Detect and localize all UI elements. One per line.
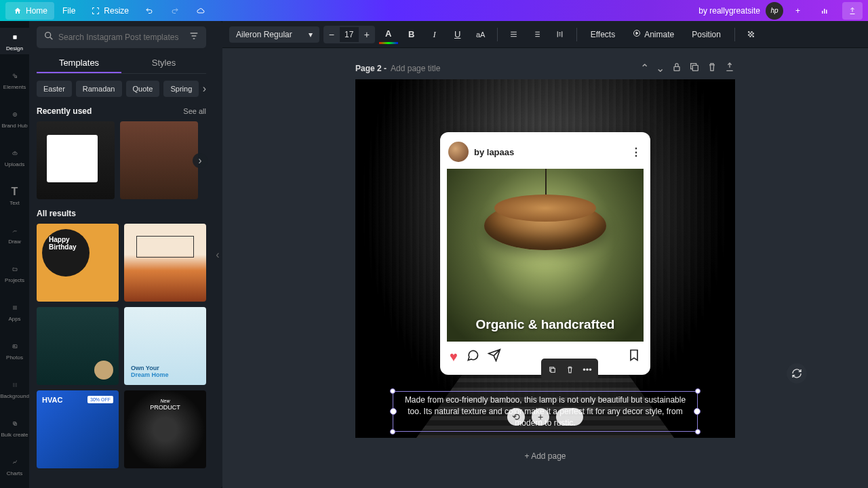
template-thumbnail[interactable]: Own YourDream Home (124, 307, 206, 385)
rail-photos[interactable]: Photos (0, 337, 29, 363)
svg-rect-33 (551, 368, 555, 372)
share-button[interactable] (842, 2, 863, 20)
add-member-button[interactable]: + (789, 3, 807, 19)
rail-background[interactable]: Background (0, 375, 29, 402)
svg-point-8 (13, 306, 14, 306)
ig-more-icon[interactable]: ⋮ (631, 146, 642, 159)
svg-point-9 (14, 306, 15, 306)
spacing-button[interactable] (551, 25, 570, 44)
rail-uploads[interactable]: Uploads (0, 144, 29, 170)
tab-templates[interactable]: Templates (37, 54, 121, 73)
duplicate-button[interactable] (544, 361, 560, 378)
align-button[interactable] (505, 25, 524, 44)
svg-point-11 (13, 307, 14, 308)
page-duplicate-button[interactable] (689, 62, 700, 75)
zoom-slider[interactable] (556, 408, 583, 426)
heart-icon[interactable]: ♥ (450, 349, 458, 365)
rail-draw[interactable]: Draw (0, 221, 29, 247)
template-thumbnail[interactable]: HappyBirthday (37, 224, 119, 302)
elements-icon (8, 69, 22, 83)
rail-elements[interactable]: Elements (0, 66, 29, 93)
chips-next-button[interactable]: › (200, 80, 209, 98)
design-canvas[interactable]: by lapaas ⋮ Organic & handcrafted ♥ (355, 79, 735, 438)
redo-button[interactable] (163, 2, 187, 20)
rotate-button[interactable]: ⟲ (507, 408, 525, 426)
instagram-card[interactable]: by lapaas ⋮ Organic & handcrafted ♥ (440, 132, 650, 375)
case-button[interactable]: aA (471, 25, 490, 44)
template-thumbnail[interactable] (120, 121, 198, 199)
svg-rect-2 (826, 9, 827, 14)
rail-apps[interactable]: Apps (0, 298, 29, 325)
bold-button[interactable]: B (402, 25, 421, 44)
see-all-link[interactable]: See all (183, 107, 206, 115)
search-input[interactable] (58, 33, 184, 42)
home-button[interactable]: Home (5, 2, 54, 20)
cloud-sync-button[interactable] (189, 2, 213, 20)
filter-button[interactable] (189, 30, 199, 44)
draw-icon (8, 224, 22, 237)
page-header: Page 2 - Add page title ⌃ ⌄ (355, 62, 735, 75)
thumb-next-button[interactable]: › (193, 153, 208, 168)
resize-button[interactable]: Resize (83, 2, 136, 20)
add-element-button[interactable]: + (532, 408, 549, 426)
template-thumbnail[interactable]: HVAC30% OFF (37, 390, 119, 468)
send-icon[interactable] (488, 348, 501, 365)
element-context-toolbar: ••• (541, 359, 598, 380)
page-title-input[interactable]: Add page title (391, 64, 440, 73)
chip-spring[interactable]: Spring (163, 81, 199, 97)
position-button[interactable]: Position (685, 26, 728, 43)
text-icon: T (8, 185, 22, 199)
svg-point-4 (13, 74, 15, 76)
svg-rect-30 (753, 36, 754, 37)
regenerate-button[interactable] (787, 363, 807, 384)
page-export-button[interactable] (724, 62, 735, 75)
tab-styles[interactable]: Styles (121, 54, 206, 73)
rail-charts[interactable]: Charts (0, 453, 29, 479)
svg-rect-28 (751, 35, 753, 36)
resize-handle[interactable] (695, 388, 701, 394)
svg-rect-3 (13, 35, 16, 39)
rail-design[interactable]: Design (0, 28, 29, 54)
undo-button[interactable] (137, 2, 161, 20)
effects-button[interactable]: Effects (584, 26, 622, 43)
page-lock-button[interactable] (671, 62, 682, 75)
template-thumbnail[interactable] (124, 224, 206, 302)
resize-handle[interactable] (390, 388, 395, 394)
page-collapse-down[interactable]: ⌄ (656, 62, 665, 75)
delete-button[interactable] (561, 361, 578, 378)
font-family-select[interactable]: Aileron Regular ▾ (229, 26, 319, 43)
comment-icon[interactable] (466, 348, 479, 365)
rail-brandhub[interactable]: Brand Hub (0, 105, 29, 131)
list-button[interactable] (528, 25, 547, 44)
chip-quote[interactable]: Quote (126, 81, 160, 97)
underline-button[interactable]: U (448, 25, 467, 44)
rail-text[interactable]: TText (0, 182, 29, 209)
font-size-increase[interactable]: + (359, 26, 375, 43)
chevron-down-icon: ▾ (309, 30, 313, 39)
file-button[interactable]: File (56, 3, 82, 19)
font-size-decrease[interactable]: − (323, 26, 340, 43)
font-size-value[interactable]: 17 (340, 27, 359, 42)
rail-projects[interactable]: Projects (0, 260, 29, 286)
animate-button[interactable]: Animate (626, 26, 681, 43)
add-page-button[interactable]: + Add page (524, 438, 566, 474)
page-collapse-up[interactable]: ⌃ (640, 62, 649, 75)
chip-ramadan[interactable]: Ramadan (76, 81, 122, 97)
more-options-button[interactable]: ••• (579, 361, 595, 378)
text-color-button[interactable]: A (379, 25, 398, 44)
svg-rect-25 (750, 33, 751, 34)
template-thumbnail[interactable]: NewPRODUCT (124, 390, 206, 468)
transparency-button[interactable] (742, 25, 761, 44)
template-thumbnail[interactable] (37, 307, 119, 385)
template-thumbnail[interactable] (37, 121, 115, 199)
rail-bulkcreate[interactable]: Bulk create (0, 414, 29, 441)
bookmark-icon[interactable] (627, 348, 641, 365)
user-avatar[interactable]: hp (766, 2, 783, 20)
side-rail: Design Elements Brand Hub Uploads TText … (0, 21, 30, 488)
page-delete-button[interactable] (707, 62, 717, 75)
home-label: Home (26, 6, 47, 16)
chip-easter[interactable]: Easter (37, 81, 72, 97)
panel-collapse-button[interactable]: ‹ (213, 21, 222, 488)
insights-button[interactable] (812, 2, 837, 20)
italic-button[interactable]: I (425, 25, 444, 44)
